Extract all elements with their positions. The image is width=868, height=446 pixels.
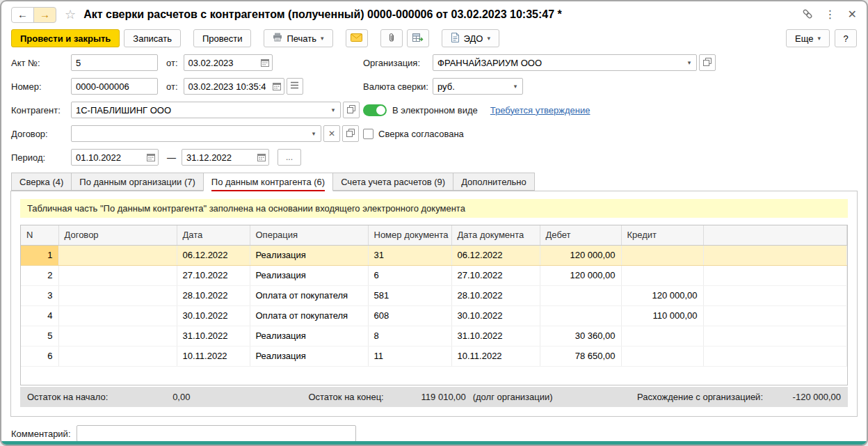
cell-operation[interactable]: Реализация	[250, 346, 368, 366]
cell-debit[interactable]: 120 000,00	[540, 245, 621, 265]
tab-organization-data[interactable]: По данным организации (7)	[71, 173, 204, 191]
more-button[interactable]: Еще ▾	[786, 29, 830, 47]
open-counterparty-button[interactable]	[343, 102, 360, 118]
cell-operation[interactable]: Реализация	[250, 245, 368, 265]
approval-link[interactable]: Требуется утверждение	[490, 105, 590, 116]
currency-input[interactable]	[433, 79, 508, 94]
cell-doc_date[interactable]: 27.10.2022	[451, 265, 540, 285]
chevron-down-icon[interactable]: ▾	[682, 55, 696, 70]
cell-credit[interactable]: 120 000,00	[621, 285, 703, 305]
fill-table-button[interactable]	[407, 29, 429, 47]
cell-doc_date[interactable]: 10.11.2022	[451, 346, 540, 366]
number-date-input[interactable]	[184, 79, 270, 94]
edo-button[interactable]: ЭДО ▾	[442, 29, 499, 47]
agreed-checkbox[interactable]	[363, 129, 373, 139]
cell-credit[interactable]	[621, 265, 703, 285]
comment-input[interactable]	[77, 425, 356, 442]
tab-settlement-accounts[interactable]: Счета учета расчетов (9)	[332, 173, 453, 191]
tab-sverka[interactable]: Сверка (4)	[11, 173, 72, 191]
calendar-icon[interactable]	[270, 79, 284, 94]
cell-date[interactable]: 30.10.2022	[177, 305, 250, 326]
cell-date[interactable]: 27.10.2022	[177, 265, 250, 285]
cell-contract[interactable]	[58, 245, 177, 265]
cell-doc_no[interactable]: 11	[368, 346, 451, 366]
print-button[interactable]: Печать ▾	[264, 29, 332, 47]
cell-contract[interactable]	[58, 326, 177, 346]
open-organization-button[interactable]	[699, 54, 716, 71]
cell-date[interactable]: 06.12.2022	[177, 245, 250, 265]
cell-debit[interactable]	[540, 285, 621, 305]
header-doc-date[interactable]: Дата документа	[451, 225, 540, 245]
cell-date[interactable]: 31.10.2022	[177, 326, 250, 346]
table-row[interactable]: 430.10.2022Оплата от покупателя60830.10.…	[21, 305, 847, 326]
close-icon[interactable]: ✕	[848, 9, 857, 20]
header-contract[interactable]: Договор	[58, 225, 177, 245]
table-row[interactable]: 610.11.2022Реализация1110.11.202278 650,…	[21, 346, 847, 366]
contract-input[interactable]	[72, 126, 307, 141]
cell-operation[interactable]: Реализация	[250, 265, 368, 285]
table-row[interactable]: 106.12.2022Реализация3106.12.2022120 000…	[21, 245, 847, 265]
star-icon[interactable]: ☆	[65, 7, 76, 22]
dots-vertical-icon[interactable]: ⋮	[825, 9, 836, 20]
period-from-input[interactable]	[72, 150, 144, 165]
organization-input[interactable]	[433, 55, 682, 70]
chain-link-icon[interactable]	[802, 8, 813, 22]
number-history-button[interactable]	[287, 78, 303, 95]
chevron-down-icon[interactable]: ▾	[508, 79, 522, 94]
electronic-toggle[interactable]	[363, 104, 387, 116]
cell-contract[interactable]	[58, 305, 177, 326]
chevron-down-icon[interactable]: ▾	[326, 102, 340, 118]
cell-credit[interactable]	[621, 245, 703, 265]
cell-doc_date[interactable]: 31.10.2022	[451, 326, 540, 346]
cell-doc_date[interactable]: 06.12.2022	[451, 245, 540, 265]
cell-doc_no[interactable]: 608	[368, 305, 451, 326]
cell-doc_no[interactable]: 31	[368, 245, 451, 265]
cell-contract[interactable]	[58, 285, 177, 305]
cell-date[interactable]: 28.10.2022	[177, 285, 250, 305]
cell-doc_date[interactable]: 30.10.2022	[451, 305, 540, 326]
post-button[interactable]: Провести	[193, 29, 252, 47]
cell-doc_no[interactable]: 6	[368, 265, 451, 285]
table-row[interactable]: 227.10.2022Реализация627.10.2022120 000,…	[21, 265, 847, 285]
cell-credit[interactable]	[621, 326, 703, 346]
table-row[interactable]: 328.10.2022Оплата от покупателя58128.10.…	[21, 285, 847, 305]
cell-n[interactable]: 5	[21, 326, 58, 346]
table-row[interactable]: 531.10.2022Реализация831.10.202230 360,0…	[21, 326, 847, 346]
cell-contract[interactable]	[58, 346, 177, 366]
calendar-icon[interactable]	[258, 55, 272, 70]
calendar-icon[interactable]	[255, 150, 268, 165]
cell-credit[interactable]	[621, 346, 703, 366]
number-input[interactable]	[71, 78, 158, 95]
cell-n[interactable]: 4	[21, 305, 58, 326]
cell-debit[interactable]: 120 000,00	[540, 265, 621, 285]
forward-button[interactable]: →	[33, 7, 56, 23]
act-number-input[interactable]	[71, 54, 158, 71]
post-and-close-button[interactable]: Провести и закрыть	[11, 29, 120, 47]
cell-operation[interactable]: Оплата от покупателя	[250, 285, 368, 305]
cell-n[interactable]: 6	[21, 346, 58, 366]
clear-contract-button[interactable]: ✕	[323, 125, 340, 142]
tab-counterparty-data[interactable]: По данным контрагента (6)	[203, 173, 333, 191]
counterparty-input[interactable]	[72, 102, 326, 118]
cell-operation[interactable]: Оплата от покупателя	[250, 305, 368, 326]
act-date-input[interactable]	[184, 55, 258, 70]
help-button[interactable]: ?	[835, 29, 857, 47]
calendar-icon[interactable]	[144, 150, 158, 165]
cell-n[interactable]: 1	[21, 245, 58, 265]
cell-n[interactable]: 2	[21, 265, 58, 285]
cell-contract[interactable]	[58, 265, 177, 285]
header-credit[interactable]: Кредит	[621, 225, 703, 245]
cell-credit[interactable]: 110 000,00	[621, 305, 703, 326]
header-n[interactable]: N	[21, 225, 58, 245]
cell-debit[interactable]: 78 650,00	[540, 346, 621, 366]
cell-date[interactable]: 10.11.2022	[177, 346, 250, 366]
cell-doc_no[interactable]: 581	[368, 285, 451, 305]
save-button[interactable]: Записать	[124, 29, 181, 47]
send-email-button[interactable]	[346, 29, 368, 47]
open-contract-button[interactable]	[342, 125, 359, 142]
attach-file-button[interactable]	[380, 29, 403, 47]
header-operation[interactable]: Операция	[250, 225, 368, 245]
header-doc-number[interactable]: Номер документа	[368, 225, 451, 245]
back-button[interactable]: ←	[11, 7, 34, 23]
cell-debit[interactable]: 30 360,00	[540, 326, 621, 346]
